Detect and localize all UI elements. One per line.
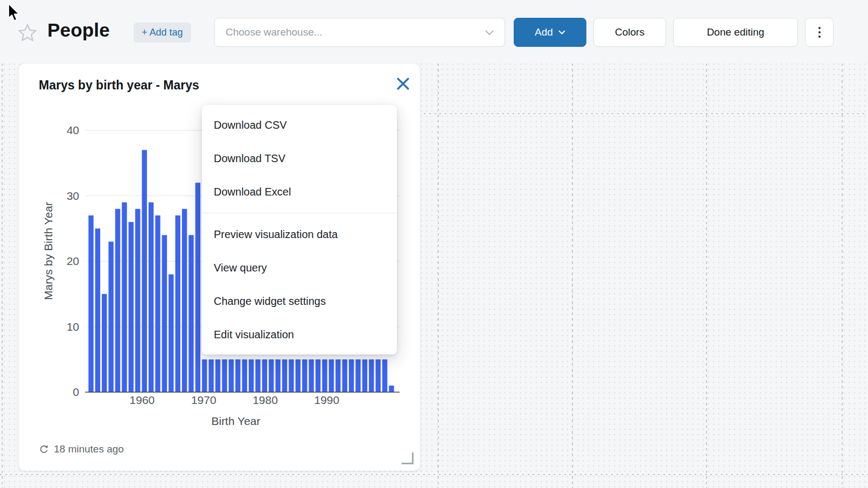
grid-line-vertical — [572, 64, 573, 488]
kebab-dot — [818, 31, 821, 33]
menu-item-download-excel[interactable]: Download Excel — [202, 175, 397, 208]
widget-footer: 18 minutes ago — [39, 443, 124, 455]
add-tag-button[interactable]: + Add tag — [134, 23, 191, 43]
chevron-down-icon — [558, 30, 565, 34]
chevron-down-icon — [485, 30, 494, 35]
grid-line-vertical — [2, 64, 3, 488]
grid-line-horizontal — [408, 113, 868, 114]
page-title: People — [47, 19, 110, 41]
refresh-icon[interactable] — [39, 444, 49, 455]
mouse-cursor — [5, 2, 23, 23]
svg-text:1990: 1990 — [314, 394, 339, 406]
svg-text:1960: 1960 — [130, 394, 155, 406]
grid-line-vertical — [842, 64, 843, 488]
menu-item-download-csv[interactable]: Download CSV — [202, 108, 397, 142]
colors-button[interactable]: Colors — [593, 18, 666, 47]
kebab-dot — [818, 27, 821, 29]
menu-item-download-tsv[interactable]: Download TSV — [202, 142, 397, 175]
last-refreshed-text: 18 minutes ago — [54, 443, 124, 455]
favorite-star-icon[interactable] — [18, 23, 37, 43]
kebab-dot — [818, 36, 821, 38]
grid-line-vertical — [706, 64, 707, 488]
menu-item-view-query[interactable]: View query — [202, 251, 397, 284]
svg-text:10: 10 — [67, 320, 79, 333]
svg-text:30: 30 — [67, 190, 79, 202]
done-editing-button[interactable]: Done editing — [673, 18, 798, 47]
svg-text:40: 40 — [67, 124, 79, 136]
warehouse-select[interactable]: Choose warehouse... — [214, 18, 505, 47]
resize-handle[interactable] — [402, 452, 414, 464]
more-options-button[interactable] — [805, 18, 834, 47]
svg-text:Marys by Birth Year: Marys by Birth Year — [42, 202, 54, 300]
warehouse-placeholder: Choose warehouse... — [226, 26, 323, 38]
menu-divider — [202, 213, 397, 213]
svg-text:Birth Year: Birth Year — [211, 415, 260, 427]
menu-item-change-widget-settings[interactable]: Change widget settings — [202, 284, 397, 318]
svg-text:1980: 1980 — [253, 394, 278, 406]
close-widget-button[interactable] — [394, 75, 412, 94]
widget-context-menu: Download CSVDownload TSVDownload ExcelPr… — [202, 105, 397, 354]
add-button[interactable]: Add — [514, 18, 586, 47]
add-button-label: Add — [535, 26, 553, 38]
widget-title: Marys by birth year - Marys — [39, 78, 199, 93]
svg-text:0: 0 — [73, 386, 79, 398]
svg-text:20: 20 — [67, 255, 79, 267]
menu-item-preview-visualization-data[interactable]: Preview visualization data — [202, 218, 397, 251]
svg-text:1970: 1970 — [191, 394, 216, 406]
menu-item-edit-visualization[interactable]: Edit visualization — [202, 318, 397, 351]
close-icon — [396, 76, 410, 91]
grid-line-vertical — [438, 64, 439, 488]
grid-line-horizontal — [0, 474, 868, 475]
